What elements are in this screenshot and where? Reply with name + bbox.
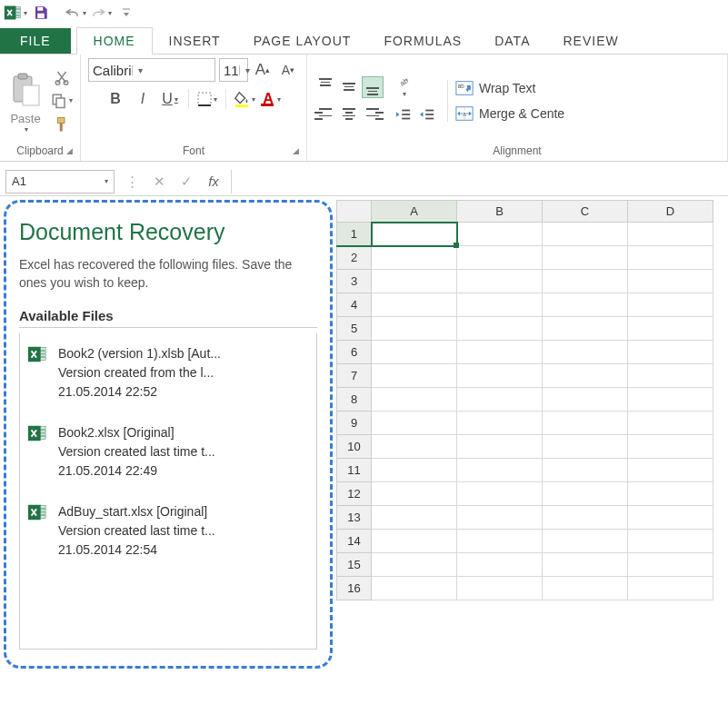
cell-A2[interactable] <box>372 246 457 270</box>
font-size-combo[interactable]: 11 ▾ <box>219 58 248 82</box>
wrap-text-button[interactable]: ab Wrap Text <box>455 80 564 96</box>
decrease-font-button[interactable]: A▾ <box>277 59 299 81</box>
cell-C7[interactable] <box>543 364 628 388</box>
cell-A4[interactable] <box>372 293 457 317</box>
cell-A9[interactable] <box>372 412 457 435</box>
cell-C14[interactable] <box>543 530 628 553</box>
cell-D2[interactable] <box>628 246 713 270</box>
cell-C11[interactable] <box>543 459 628 482</box>
cell-A5[interactable] <box>372 317 457 341</box>
cell-B1[interactable] <box>457 223 543 246</box>
cell-A3[interactable] <box>372 270 457 293</box>
row-header-11[interactable]: 11 <box>337 459 372 482</box>
column-header-A[interactable]: A <box>372 201 457 223</box>
cell-C9[interactable] <box>543 412 628 435</box>
row-header-3[interactable]: 3 <box>337 270 372 293</box>
cell-A14[interactable] <box>372 530 457 553</box>
cell-C13[interactable] <box>543 506 628 530</box>
cell-B9[interactable] <box>457 412 543 435</box>
cell-B2[interactable] <box>457 246 543 270</box>
cell-D16[interactable] <box>628 577 713 600</box>
cell-A8[interactable] <box>372 388 457 412</box>
cell-C2[interactable] <box>543 246 628 270</box>
cell-A6[interactable] <box>372 341 457 364</box>
cell-D4[interactable] <box>628 293 713 317</box>
row-header-9[interactable]: 9 <box>337 412 372 435</box>
cell-D11[interactable] <box>628 459 713 482</box>
row-header-12[interactable]: 12 <box>337 482 372 506</box>
cell-A1[interactable] <box>372 223 457 246</box>
cell-C10[interactable] <box>543 435 628 459</box>
formula-bar-option-icon[interactable]: ⋮ <box>122 172 142 192</box>
cell-D10[interactable] <box>628 435 713 459</box>
tab-file[interactable]: FILE <box>0 28 71 54</box>
cell-B16[interactable] <box>457 577 543 600</box>
align-middle-button[interactable] <box>338 76 360 98</box>
cell-D8[interactable] <box>628 388 713 412</box>
tab-page-layout[interactable]: PAGE LAYOUT <box>237 28 368 54</box>
row-header-8[interactable]: 8 <box>337 388 372 412</box>
cell-A7[interactable] <box>372 364 457 388</box>
row-header-2[interactable]: 2 <box>337 246 372 270</box>
cancel-formula-button[interactable]: ✕ <box>149 172 169 192</box>
border-button[interactable]: ▾ <box>196 87 218 111</box>
name-box[interactable]: A1 ▾ <box>5 170 115 193</box>
cell-B6[interactable] <box>457 341 543 364</box>
cell-D15[interactable] <box>628 553 713 577</box>
qat-customize-button[interactable] <box>115 2 138 24</box>
font-launcher-icon[interactable]: ◢ <box>293 146 299 155</box>
cell-B12[interactable] <box>457 482 543 506</box>
formula-bar-input[interactable] <box>239 170 723 193</box>
insert-function-button[interactable]: fx <box>204 172 224 192</box>
cell-B14[interactable] <box>457 530 543 553</box>
cell-C6[interactable] <box>543 341 628 364</box>
merge-center-button[interactable]: a Merge & Cente <box>455 105 564 122</box>
underline-button[interactable]: U▾ <box>159 87 181 111</box>
row-header-5[interactable]: 5 <box>337 317 372 341</box>
cell-D7[interactable] <box>628 364 713 388</box>
fill-color-button[interactable]: ▾ <box>234 87 255 111</box>
row-header-14[interactable]: 14 <box>337 530 372 553</box>
cell-B3[interactable] <box>457 270 543 293</box>
row-header-1[interactable]: 1 <box>337 223 372 246</box>
cell-D14[interactable] <box>628 530 713 553</box>
select-all-cell[interactable] <box>337 201 372 223</box>
cell-D13[interactable] <box>628 506 713 530</box>
column-header-D[interactable]: D <box>628 201 713 223</box>
redo-button[interactable]: ▾ <box>89 2 113 24</box>
spreadsheet-grid[interactable]: ABCD12345678910111213141516 <box>336 200 728 672</box>
align-left-button[interactable] <box>314 104 336 125</box>
column-header-B[interactable]: B <box>457 201 543 223</box>
tab-insert[interactable]: INSERT <box>153 28 237 54</box>
italic-button[interactable]: I <box>132 87 154 111</box>
cell-B11[interactable] <box>457 459 543 482</box>
cell-B15[interactable] <box>457 553 543 577</box>
cell-D5[interactable] <box>628 317 713 341</box>
cell-A10[interactable] <box>372 435 457 459</box>
cell-C1[interactable] <box>543 223 628 246</box>
column-header-C[interactable]: C <box>543 201 628 223</box>
paste-dd-icon[interactable]: ▾ <box>25 125 28 134</box>
tab-home[interactable]: HOME <box>76 27 153 55</box>
cell-B13[interactable] <box>457 506 543 530</box>
orientation-button[interactable]: ab ▾ <box>393 76 414 98</box>
cell-D9[interactable] <box>628 412 713 435</box>
cell-A16[interactable] <box>372 577 457 600</box>
cell-C15[interactable] <box>543 553 628 577</box>
cell-D12[interactable] <box>628 482 713 506</box>
cell-D6[interactable] <box>628 341 713 364</box>
row-header-13[interactable]: 13 <box>337 506 372 530</box>
row-header-15[interactable]: 15 <box>337 553 372 577</box>
format-painter-button[interactable] <box>51 114 73 134</box>
cell-B7[interactable] <box>457 364 543 388</box>
cell-C16[interactable] <box>543 577 628 600</box>
font-color-button[interactable]: A ▾ <box>261 87 283 111</box>
cell-C3[interactable] <box>543 270 628 293</box>
align-top-button[interactable] <box>314 76 336 98</box>
increase-indent-button[interactable] <box>416 104 438 125</box>
font-name-combo[interactable]: Calibri ▾ <box>88 58 215 82</box>
cell-D3[interactable] <box>628 270 713 293</box>
cut-button[interactable] <box>51 67 73 87</box>
recovered-file-item[interactable]: AdBuy_start.xlsx [Original] Version crea… <box>27 502 309 560</box>
row-header-6[interactable]: 6 <box>337 341 372 364</box>
